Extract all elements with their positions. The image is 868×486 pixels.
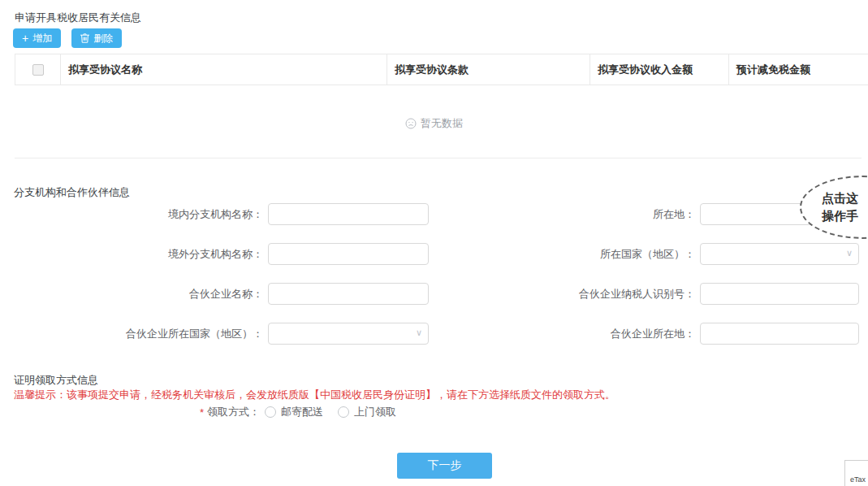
- delete-row-button[interactable]: 删除: [71, 28, 122, 48]
- radio-mail-delivery[interactable]: [265, 406, 276, 418]
- add-row-button-label: 增加: [32, 32, 52, 46]
- delivery-method-label: 领取方式：: [207, 405, 260, 419]
- agreement-section-title: 申请开具税收居民有关信息: [15, 11, 141, 25]
- field-overseas-branch-name: 境外分支机构名称：: [0, 243, 429, 265]
- partnership-country-region-select[interactable]: [268, 323, 429, 345]
- domestic-branch-name-input[interactable]: [268, 203, 429, 225]
- select-all-cell: [15, 54, 61, 85]
- help-manual-badge-line2: 操作手: [822, 207, 868, 225]
- radio-pickup-in-person-label[interactable]: 上门领取: [354, 405, 396, 419]
- field-country-region: 所在国家（地区）： ∨: [438, 243, 859, 265]
- delivery-method-row: * 领取方式： 邮寄配送 上门领取: [200, 406, 396, 419]
- etax-widget[interactable]: eTax: [844, 460, 868, 486]
- plus-icon: +: [22, 33, 28, 44]
- column-header-estimated-tax-relief: 预计减免税金额: [729, 54, 868, 85]
- column-header-agreement-name: 拟享受协议名称: [61, 54, 387, 85]
- help-manual-badge[interactable]: 点击这 操作手: [800, 176, 868, 239]
- partnership-taxpayer-id-label: 合伙企业纳税人识别号：: [438, 287, 700, 302]
- field-domestic-branch-name: 境内分支机构名称：: [0, 203, 429, 225]
- country-region-select[interactable]: [700, 243, 859, 265]
- etax-widget-label: eTax: [850, 475, 866, 484]
- agreement-toolbar: + 增加 删除: [13, 28, 122, 48]
- partnership-location-label: 合伙企业所在地：: [438, 327, 700, 341]
- field-location: 所在地：: [438, 203, 859, 225]
- partnership-name-label: 合伙企业名称：: [0, 287, 268, 302]
- partnership-location-input[interactable]: [700, 323, 859, 345]
- field-partnership-name: 合伙企业名称：: [0, 283, 429, 305]
- trash-icon: [80, 33, 89, 43]
- cert-section-title: 证明领取方式信息: [14, 373, 98, 388]
- domestic-branch-name-label: 境内分支机构名称：: [0, 207, 268, 222]
- next-step-button[interactable]: 下一步: [397, 453, 492, 479]
- overseas-branch-name-input[interactable]: [268, 243, 429, 265]
- empty-state-text: 暂无数据: [421, 116, 463, 131]
- add-row-button[interactable]: + 增加: [13, 28, 61, 48]
- section-divider: [15, 158, 862, 158]
- field-partnership-country-region: 合伙企业所在国家（地区）： ∨: [0, 323, 429, 345]
- help-manual-badge-line1: 点击这: [822, 189, 868, 207]
- select-all-checkbox[interactable]: [32, 64, 44, 76]
- radio-mail-delivery-label[interactable]: 邮寄配送: [281, 405, 323, 419]
- field-partnership-location: 合伙企业所在地：: [438, 323, 859, 345]
- agreement-table-header-row: 拟享受协议名称 拟享受协议条款 拟享受协议收入金额 预计减免税金额: [15, 54, 868, 85]
- location-label: 所在地：: [438, 207, 700, 222]
- field-partnership-taxpayer-id: 合伙企业纳税人识别号：: [438, 283, 859, 305]
- warm-notice-text: 温馨提示：该事项提交申请，经税务机关审核后，会发放纸质版【中国税收居民身份证明】…: [14, 388, 615, 402]
- branch-section-title: 分支机构和合作伙伴信息: [14, 185, 130, 200]
- column-header-agreement-clause: 拟享受协议条款: [387, 54, 590, 85]
- delete-row-button-label: 删除: [93, 32, 113, 46]
- partnership-country-region-label: 合伙企业所在国家（地区）：: [0, 327, 268, 341]
- empty-icon: [405, 118, 417, 129]
- country-region-label: 所在国家（地区）：: [438, 247, 700, 262]
- empty-state: 暂无数据: [0, 116, 868, 131]
- partnership-name-input[interactable]: [268, 283, 429, 305]
- overseas-branch-name-label: 境外分支机构名称：: [0, 247, 268, 262]
- column-header-agreement-income: 拟享受协议收入金额: [590, 54, 729, 85]
- required-asterisk: *: [200, 406, 204, 419]
- radio-pickup-in-person[interactable]: [338, 406, 349, 418]
- partnership-taxpayer-id-input[interactable]: [700, 283, 859, 305]
- agreement-table: 拟享受协议名称 拟享受协议条款 拟享受协议收入金额 预计减免税金额: [15, 54, 868, 85]
